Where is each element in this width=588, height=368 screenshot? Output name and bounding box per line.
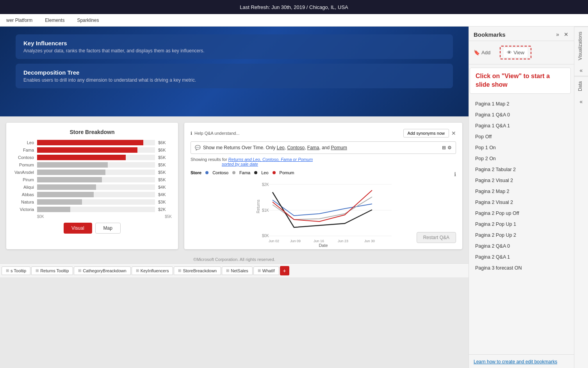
- key-influencers-title: Key Influencers: [23, 40, 445, 46]
- qa-header: ℹ Help Q&A understand... Add synonyms no…: [191, 129, 456, 138]
- add-bookmark-button[interactable]: 🔖 Add: [474, 44, 490, 61]
- tab-platform[interactable]: wer Platform: [3, 16, 36, 25]
- bookmark-item[interactable]: Pagina 2 Map 2: [469, 186, 574, 197]
- bottom-tab[interactable]: ⊞StoreBreackdown: [174, 266, 221, 275]
- add-label: Add: [481, 50, 490, 55]
- bar-value: $4K: [158, 192, 172, 197]
- bar-fill: [37, 140, 143, 145]
- bar-container: [37, 147, 155, 153]
- bar-label: Pirum: [12, 177, 34, 182]
- svg-text:Jun 30: Jun 30: [364, 239, 375, 243]
- bottom-tab[interactable]: ⊞Returns Tooltip: [31, 266, 73, 275]
- collapsed-tab-data[interactable]: Data: [574, 76, 588, 96]
- bar-container: [37, 184, 155, 190]
- bar-value: $2K: [158, 207, 172, 212]
- bookmark-item[interactable]: Pop Off: [469, 131, 574, 142]
- tab-icon: ⊞: [258, 268, 261, 273]
- collapse-data-button[interactable]: «: [574, 96, 588, 107]
- bookmark-item[interactable]: Pagina 2 Tabular 2: [469, 164, 574, 175]
- far-right-panels: Visualizations « Data «: [574, 27, 588, 368]
- legend-dot: [273, 171, 276, 174]
- tab-sparklines[interactable]: Sparklines: [74, 16, 102, 25]
- close-panel-button[interactable]: ✕: [563, 30, 569, 38]
- canvas-bottom: Store Breakdown Leo $6K Fama $6K Contoso…: [0, 116, 469, 255]
- bar-chart: Leo $6K Fama $6K Contoso $5K Pomum $5K V…: [12, 140, 172, 212]
- bookmark-item[interactable]: Pagina 2 Q&A 0: [469, 241, 574, 252]
- share-icon[interactable]: ⊞: [442, 145, 446, 150]
- bar-row: Contoso $5K: [12, 155, 172, 160]
- canvas-area: Key Influencers Analyzes your data, rank…: [0, 27, 469, 368]
- bar-container: [37, 162, 155, 168]
- qa-help: ℹ Help Q&A understand...: [191, 131, 240, 136]
- bottom-tab[interactable]: ⊞WhatIf: [253, 266, 279, 275]
- collapsed-tab-visualizations[interactable]: Visualizations: [574, 27, 588, 65]
- bookmark-item[interactable]: Pagina 2 Pop Up 1: [469, 219, 574, 230]
- bar-value: $5K: [158, 163, 172, 167]
- expand-panel-button[interactable]: »: [555, 30, 560, 38]
- bookmark-item[interactable]: Pagina 1 Q&A 1: [469, 120, 574, 131]
- bar-value: $5K: [158, 170, 172, 175]
- sorted-by[interactable]: sorted by sale date: [191, 162, 258, 166]
- svg-text:$2K: $2K: [262, 182, 269, 187]
- learn-link[interactable]: Learn how to create and edit bookmarks: [474, 359, 557, 364]
- store-breakdown-title: Store Breakdown: [12, 129, 172, 135]
- bookmark-item[interactable]: Pagina 1 Map 2: [469, 98, 574, 109]
- bar-fill: [37, 192, 94, 197]
- qa-query-text: Show me Returns Over Time. Only Leo, Con…: [203, 145, 440, 150]
- map-button[interactable]: Map: [95, 223, 121, 234]
- bookmark-item[interactable]: Pagina 1 Q&A 0: [469, 109, 574, 120]
- bar-value: $5K: [158, 177, 172, 182]
- svg-text:Jun 23: Jun 23: [338, 239, 348, 243]
- add-synonyms-button[interactable]: Add synonyms now: [403, 129, 449, 138]
- tooltip-annotation: Click on "View" to start a slide show: [470, 68, 571, 94]
- bottom-tab[interactable]: ⊞CathegoryBreackdown: [74, 266, 130, 275]
- bar-fill: [37, 170, 105, 175]
- bottom-tab[interactable]: ⊞NetSales: [222, 266, 253, 275]
- bottom-tab[interactable]: ⊞s Tooltip: [2, 266, 30, 275]
- info-icon: ℹ: [191, 131, 192, 136]
- add-tab-button[interactable]: +: [280, 266, 289, 275]
- results-link[interactable]: Returns and Leo, Contoso, Fama or Pomum: [228, 157, 313, 162]
- bookmark-item[interactable]: Pagina 2 Visual 2: [469, 175, 574, 186]
- bookmark-item[interactable]: Pagina 2 Pop up Off: [469, 208, 574, 219]
- bar-fill: [37, 207, 70, 212]
- x-label-0: $0K: [37, 214, 44, 219]
- visual-button[interactable]: Visual: [64, 223, 92, 234]
- bookmark-item[interactable]: Pop 2 On: [469, 153, 574, 164]
- legend-dot: [254, 171, 257, 174]
- bar-label: Abbas: [12, 192, 34, 197]
- tab-label: StoreBreackdown: [183, 268, 217, 273]
- bar-value: $6K: [158, 140, 172, 145]
- qa-results: Showing results for Returns and Leo, Con…: [191, 157, 456, 166]
- qa-card: ℹ Help Q&A understand... Add synonyms no…: [184, 123, 462, 249]
- bottom-tab[interactable]: ⊞KeyInfluencers: [132, 266, 173, 275]
- bar-label: Pomum: [12, 163, 34, 167]
- bookmark-item[interactable]: Pagina 2 Visual 2: [469, 197, 574, 208]
- qa-help-text: Help Q&A understand...: [194, 131, 240, 136]
- bar-label: Fama: [12, 148, 34, 152]
- bar-label: Aliqui: [12, 185, 34, 189]
- bookmark-item[interactable]: Pagina 2 Pop Up 2: [469, 230, 574, 241]
- panel-header-icons: » ✕: [555, 30, 569, 38]
- settings-icon[interactable]: ⚙: [447, 145, 452, 150]
- qa-input-area[interactable]: 💬 Show me Returns Over Time. Only Leo, C…: [191, 141, 456, 154]
- key-influencers-card: Key Influencers Analyzes your data, rank…: [16, 34, 453, 59]
- tab-elements[interactable]: Elements: [42, 16, 68, 25]
- info-icon-chart: ℹ: [454, 171, 456, 177]
- bar-container: [37, 199, 155, 205]
- view-bookmark-button[interactable]: 👁 View: [504, 48, 527, 57]
- qa-restart-area: Restart Q&A: [417, 232, 456, 243]
- tab-icon: ⊞: [178, 268, 181, 273]
- eye-icon: 👁: [507, 50, 512, 55]
- bookmark-item[interactable]: Pagina 3 forecast ON: [469, 263, 574, 273]
- bookmark-item[interactable]: Pagina 2 Q&A 1: [469, 252, 574, 263]
- restart-qa-button[interactable]: Restart Q&A: [417, 232, 456, 243]
- qa-close-button[interactable]: ✕: [451, 130, 456, 136]
- bar-label: Leo: [12, 140, 34, 145]
- bookmark-item[interactable]: Pop 1 On: [469, 142, 574, 153]
- tab-icon: ⊞: [226, 268, 229, 273]
- bookmarks-list[interactable]: Pagina 1 Map 2Pagina 1 Q&A 0Pagina 1 Q&A…: [469, 97, 574, 354]
- collapse-right-button[interactable]: «: [574, 65, 588, 76]
- bar-label: VanArsdel: [12, 170, 34, 175]
- decomposition-tree-card: Decomposition Tree Enables users to dril…: [16, 64, 453, 88]
